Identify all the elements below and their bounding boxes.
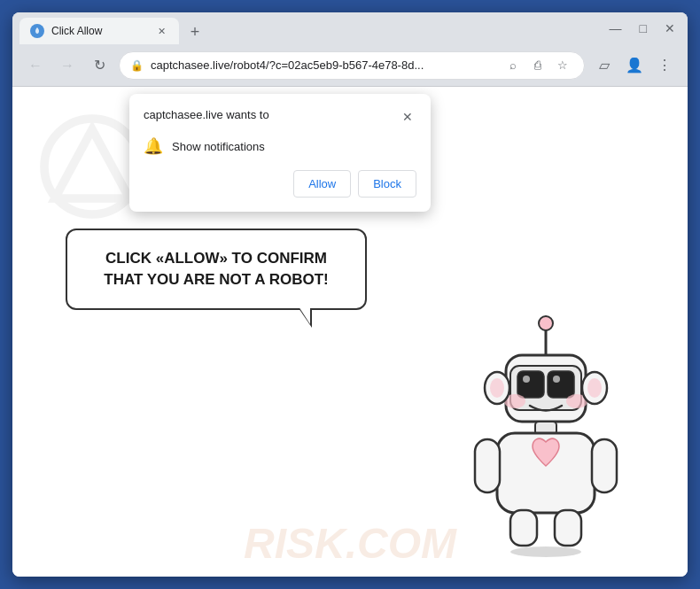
svg-rect-19 (592, 439, 617, 492)
tab-favicon (30, 24, 44, 38)
maximize-button[interactable]: □ (634, 19, 652, 37)
tab-strip: Click Allow ✕ + (19, 12, 597, 44)
svg-rect-6 (517, 371, 544, 398)
robot-image (457, 311, 634, 559)
svg-rect-18 (475, 439, 500, 492)
active-tab[interactable]: Click Allow ✕ (19, 18, 179, 44)
tab-close-button[interactable]: ✕ (154, 24, 168, 38)
menu-icon[interactable]: ⋮ (652, 53, 677, 78)
svg-rect-7 (548, 371, 574, 398)
reload-button[interactable]: ↻ (87, 53, 112, 78)
bell-icon: 🔔 (144, 136, 163, 156)
speech-text: CLICK «ALLOW» TO CONFIRM THAT YOU ARE NO… (104, 250, 328, 288)
title-bar: Click Allow ✕ + — □ ✕ (12, 12, 688, 44)
url-bar[interactable]: 🔒 captchasee.live/robot4/?c=02ac5eb9-b56… (119, 51, 585, 80)
sidebar-icon[interactable]: ▱ (592, 53, 617, 78)
window-controls: — □ ✕ (604, 19, 681, 37)
block-button[interactable]: Block (358, 170, 416, 198)
bookmark-icon[interactable]: ☆ (552, 55, 573, 76)
svg-rect-20 (510, 510, 537, 546)
profile-icon[interactable]: 👤 (622, 53, 647, 78)
toolbar-actions: ▱ 👤 ⋮ (592, 53, 677, 78)
allow-button[interactable]: Allow (293, 170, 351, 198)
popup-header: captchasee.live wants to ✕ (144, 108, 416, 126)
permission-label: Show notifications (172, 140, 265, 153)
forward-button[interactable]: → (55, 53, 80, 78)
page-content: RISK.COM captchasee.live wants to ✕ 🔔 Sh… (12, 87, 688, 577)
new-tab-button[interactable]: + (183, 19, 207, 44)
svg-point-22 (510, 546, 581, 557)
popup-close-button[interactable]: ✕ (399, 108, 416, 126)
svg-point-3 (539, 316, 553, 330)
watermark-text: RISK.COM (244, 519, 456, 568)
permission-popup: captchasee.live wants to ✕ 🔔 Show notifi… (129, 94, 431, 212)
popup-buttons: Allow Block (144, 170, 416, 198)
svg-point-15 (490, 378, 504, 398)
share-icon[interactable]: ⎙ (527, 55, 548, 76)
svg-rect-21 (555, 510, 581, 546)
speech-bubble: CLICK «ALLOW» TO CONFIRM THAT YOU ARE NO… (66, 229, 367, 310)
address-bar: ← → ↻ 🔒 captchasee.live/robot4/?c=02ac5e… (12, 44, 688, 87)
permission-row: 🔔 Show notifications (144, 136, 416, 156)
lock-icon: 🔒 (130, 59, 144, 72)
svg-point-8 (523, 376, 530, 383)
svg-point-9 (553, 376, 560, 383)
back-button[interactable]: ← (23, 53, 48, 78)
tab-title: Click Allow (51, 25, 147, 37)
popup-title: captchasee.live wants to (144, 108, 269, 121)
svg-point-17 (587, 378, 602, 398)
url-actions: ⌕ ⎙ ☆ (502, 55, 573, 76)
url-text: captchasee.live/robot4/?c=02ac5eb9-b567-… (151, 58, 495, 72)
close-button[interactable]: ✕ (659, 19, 681, 37)
minimize-button[interactable]: — (604, 19, 627, 37)
search-icon[interactable]: ⌕ (502, 55, 524, 76)
browser-window: Click Allow ✕ + — □ ✕ ← → ↻ 🔒 captchasee… (12, 12, 688, 577)
